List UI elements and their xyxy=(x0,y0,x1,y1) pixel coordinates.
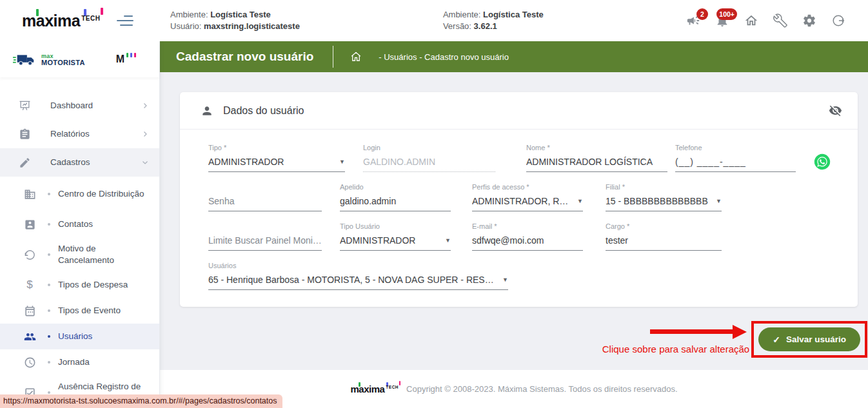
chevron-right-icon xyxy=(141,130,149,138)
m-mini-logo: M xyxy=(116,53,124,65)
divider xyxy=(333,46,333,68)
annotation: Clique sobre para salvar alteração xyxy=(602,325,749,355)
users-group-icon xyxy=(23,330,36,343)
bullet-dot xyxy=(48,361,50,364)
maxmotorista-logo: max MOTORISTA xyxy=(13,52,85,67)
copyright-text: Copyright © 2008-2023. Máxima Sistemas. … xyxy=(406,384,677,394)
bullet-dot xyxy=(48,223,50,226)
contact-card-icon xyxy=(23,218,36,231)
dropdown-arrow-icon: ▼ xyxy=(339,159,345,165)
bullet-dot xyxy=(48,193,50,195)
senha-field[interactable]: Senha xyxy=(208,183,322,211)
top-header: maximaTECH Ambiente: Logística Teste Usu… xyxy=(0,0,868,41)
annotation-text: Clique sobre para salvar alteração xyxy=(602,344,749,355)
breadcrumb: - Usuários - Cadastro novo usuário xyxy=(379,52,509,62)
pencil-icon xyxy=(18,156,31,169)
announcements-badge: 2 xyxy=(696,8,708,20)
dropdown-arrow-icon: ▼ xyxy=(445,237,451,244)
environment-info-left: Ambiente: Logística Teste Usuário: maxst… xyxy=(170,9,300,32)
whatsapp-icon[interactable] xyxy=(814,153,831,170)
logo-tech: TECH xyxy=(81,15,100,22)
maxima-tech-logo: maximaTECH xyxy=(22,12,100,30)
sidebar-item-motivo-cancelamento[interactable]: Motivo de Cancelamento xyxy=(0,237,159,272)
logo-tick-green xyxy=(359,382,360,387)
undo-icon xyxy=(23,248,36,261)
sidebar-item-usuarios[interactable]: Usuários xyxy=(0,324,159,349)
save-user-button[interactable]: ✓ Salvar usuário xyxy=(758,327,860,351)
page-header-bar: Cadastrar novo usuário - Usuários - Cada… xyxy=(160,41,868,72)
notifications-badge: 100+ xyxy=(716,8,737,20)
dropdown-arrow-icon: ▼ xyxy=(577,198,583,204)
login-field: Login GALDINO.ADMIN xyxy=(363,144,495,172)
bullet-dot xyxy=(48,391,50,394)
bullet-dot xyxy=(48,284,50,286)
dashboard-icon xyxy=(18,99,31,112)
chevron-right-icon xyxy=(141,102,149,110)
user-data-card: Dados do usuário Tipo * ADMINISTRADOR▼ L… xyxy=(180,92,858,307)
calendar-icon xyxy=(23,304,36,317)
check-icon: ✓ xyxy=(773,335,780,345)
sidebar-item-dashboard[interactable]: Dashboard xyxy=(0,92,159,120)
logo-word: maxima xyxy=(22,12,80,30)
card-title: Dados do usuário xyxy=(223,105,829,117)
perfis-acesso-select[interactable]: Perfis de acesso * ADMINISTRADOR, ROTEIR… xyxy=(472,183,583,211)
main-content: Cadastrar novo usuário - Usuários - Cada… xyxy=(160,41,868,408)
person-icon xyxy=(201,104,213,117)
home-icon[interactable] xyxy=(744,13,759,28)
sidebar-item-tipos-despesa[interactable]: $ Tipos de Despesa xyxy=(0,272,159,298)
usuarios-select[interactable]: Usuários 65 - Henrique Barbosa - MOTORIS… xyxy=(208,262,508,290)
bullet-dot xyxy=(48,335,50,338)
logo-tick-pink xyxy=(101,8,103,15)
logout-icon[interactable] xyxy=(831,13,846,28)
logo-tick-pink xyxy=(399,381,401,385)
dropdown-arrow-icon: ▼ xyxy=(502,277,508,283)
footer-logo: maximaTECH xyxy=(350,384,399,395)
sidebar-item-contatos[interactable]: Contatos xyxy=(0,211,159,237)
tipo-select[interactable]: Tipo * ADMINISTRADOR▼ xyxy=(208,144,345,172)
logo-tick-green xyxy=(36,9,39,16)
telefone-field[interactable]: Telefone (__) ____-____ xyxy=(675,144,796,172)
apelido-field[interactable]: Apelido galdino.admin xyxy=(340,183,451,211)
eye-slash-icon[interactable] xyxy=(829,104,842,117)
limite-buscar-field[interactable]: Limite Buscar Painel Monitora... xyxy=(208,222,322,251)
page-title: Cadastrar novo usuário xyxy=(160,50,313,64)
chevron-down-icon xyxy=(141,159,149,166)
settings-gear-icon[interactable] xyxy=(802,13,817,28)
sidebar-item-cadastros[interactable]: Cadastros xyxy=(0,148,159,177)
sidebar-item-jornada[interactable]: Jornada xyxy=(0,349,159,375)
annotation-arrow-icon xyxy=(650,325,747,339)
reports-clipboard-icon xyxy=(18,128,31,141)
hamburger-menu-icon[interactable] xyxy=(117,15,135,26)
status-url: https://maxmotorista-tst.solucoesmaxima.… xyxy=(0,394,282,408)
tipo-usuario-select[interactable]: Tipo Usuário ADMINISTRADOR▼ xyxy=(340,222,451,251)
truck-icon xyxy=(13,52,37,67)
sidebar-item-tipos-evento[interactable]: Tipos de Evento xyxy=(0,298,159,324)
environment-info-right: Ambiente: Logística Teste Versão: 3.62.1 xyxy=(443,9,544,32)
notifications-bell-icon[interactable]: 100+ xyxy=(715,13,730,28)
sidebar-item-centro-distribuicao[interactable]: Centro de Distribuição xyxy=(0,177,159,211)
dollar-icon: $ xyxy=(23,278,36,291)
tools-wrench-icon[interactable] xyxy=(773,13,788,28)
nome-field[interactable]: Nome * ADMINISTRADOR LOGÍSTICA xyxy=(526,144,667,172)
annotation-highlight-box: ✓ Salvar usuário xyxy=(751,321,867,358)
bullet-dot xyxy=(48,253,50,256)
clock-icon xyxy=(23,356,36,369)
sidebar-item-relatorios[interactable]: Relatórios xyxy=(0,120,159,148)
email-field[interactable]: E-mail * sdfwqe@moi.com xyxy=(472,222,583,251)
building-icon xyxy=(23,188,36,200)
sidebar: max MOTORISTA M Dashboard Relatórios Cad… xyxy=(0,41,160,408)
dropdown-arrow-icon: ▼ xyxy=(716,198,722,204)
cargo-field[interactable]: Cargo * tester xyxy=(606,222,722,251)
filial-select[interactable]: Filial * 15 - BBBBBBBBBBBBBB▼ xyxy=(606,183,722,211)
announcements-icon[interactable]: 2 xyxy=(686,13,701,28)
bullet-dot xyxy=(48,309,50,312)
breadcrumb-home-icon[interactable] xyxy=(350,51,362,63)
